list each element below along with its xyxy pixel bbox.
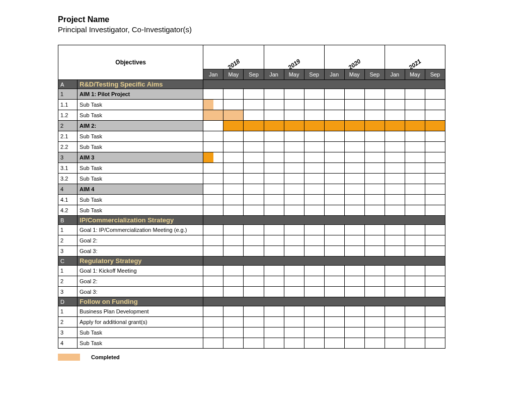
section-bar-cell bbox=[324, 80, 344, 89]
gantt-cell bbox=[203, 195, 223, 205]
gantt-cell bbox=[264, 89, 284, 100]
header-month: Sep bbox=[244, 69, 264, 80]
row-id: 2 bbox=[58, 317, 78, 327]
row-id: 4 bbox=[58, 338, 78, 349]
gantt-cell bbox=[244, 110, 264, 121]
gantt-cell bbox=[324, 276, 344, 287]
gantt-cell bbox=[344, 276, 364, 287]
gantt-cell bbox=[304, 184, 324, 195]
gantt-cell bbox=[203, 327, 223, 338]
section-bar-cell bbox=[385, 297, 405, 306]
section-bar-cell bbox=[264, 216, 284, 225]
gantt-cell bbox=[284, 142, 304, 152]
gantt-cell bbox=[405, 89, 425, 100]
section-bar-cell bbox=[385, 257, 405, 266]
gantt-cell bbox=[264, 131, 284, 142]
gantt-cell bbox=[364, 142, 385, 152]
header-year: 2018 bbox=[203, 45, 264, 69]
row-label: Goal 2: bbox=[78, 276, 203, 287]
section-bar-cell bbox=[405, 257, 425, 266]
gantt-cell bbox=[304, 338, 324, 349]
gantt-cell bbox=[385, 184, 405, 195]
row-id: 1 bbox=[58, 306, 78, 317]
row-label: Sub Task bbox=[78, 327, 203, 338]
gantt-cell bbox=[324, 152, 344, 163]
gantt-cell bbox=[425, 306, 445, 317]
gantt-cell bbox=[405, 235, 425, 246]
gantt-cell bbox=[203, 287, 223, 297]
gantt-cell bbox=[203, 266, 223, 276]
gantt-cell bbox=[425, 205, 445, 216]
gantt-cell bbox=[385, 327, 405, 338]
gantt-cell bbox=[244, 235, 264, 246]
gantt-cell bbox=[223, 317, 244, 327]
gantt-cell bbox=[324, 327, 344, 338]
gantt-cell bbox=[304, 287, 324, 297]
gantt-cell bbox=[425, 110, 445, 121]
gantt-cell bbox=[405, 184, 425, 195]
gantt-cell bbox=[244, 276, 264, 287]
gantt-cell bbox=[425, 163, 445, 174]
gantt-cell bbox=[344, 89, 364, 100]
gantt-cell bbox=[304, 276, 324, 287]
gantt-cell bbox=[284, 184, 304, 195]
gantt-cell bbox=[244, 174, 264, 184]
gantt-cell bbox=[223, 184, 244, 195]
gantt-cell bbox=[264, 100, 284, 110]
section-bar-cell bbox=[385, 80, 405, 89]
gantt-cell bbox=[264, 235, 284, 246]
gantt-cell bbox=[405, 266, 425, 276]
gantt-cell bbox=[324, 266, 344, 276]
gantt-cell bbox=[405, 287, 425, 297]
gantt-cell bbox=[284, 163, 304, 174]
section-letter: D bbox=[58, 297, 78, 306]
row-id: 3.2 bbox=[58, 174, 78, 184]
section-bar-cell bbox=[364, 80, 385, 89]
gantt-cell bbox=[264, 142, 284, 152]
header-month: Sep bbox=[364, 69, 385, 80]
row-id: 3.1 bbox=[58, 163, 78, 174]
gantt-cell bbox=[203, 184, 223, 195]
row-label: Sub Task bbox=[78, 163, 203, 174]
gantt-cell bbox=[203, 338, 223, 349]
gantt-cell bbox=[223, 89, 244, 100]
header-month: Jan bbox=[324, 69, 344, 80]
gantt-cell bbox=[405, 327, 425, 338]
gantt-cell bbox=[364, 266, 385, 276]
gantt-cell bbox=[223, 110, 244, 121]
gantt-cell bbox=[344, 306, 364, 317]
section-bar-cell bbox=[364, 297, 385, 306]
section-bar-cell bbox=[223, 297, 244, 306]
gantt-cell bbox=[425, 184, 445, 195]
gantt-cell bbox=[223, 266, 244, 276]
gantt-cell bbox=[244, 306, 264, 317]
gantt-cell bbox=[324, 287, 344, 297]
gantt-cell bbox=[304, 121, 324, 131]
header-month: Jan bbox=[385, 69, 405, 80]
section-letter: C bbox=[58, 257, 78, 266]
gantt-cell bbox=[385, 89, 405, 100]
section-bar-cell bbox=[364, 216, 385, 225]
row-id: 3 bbox=[58, 246, 78, 257]
gantt-cell bbox=[425, 225, 445, 235]
section-bar-cell bbox=[203, 257, 223, 266]
gantt-cell bbox=[244, 327, 264, 338]
section-bar-cell bbox=[344, 297, 364, 306]
gantt-cell bbox=[364, 327, 385, 338]
gantt-cell bbox=[405, 152, 425, 163]
gantt-cell bbox=[364, 110, 385, 121]
gantt-cell bbox=[364, 163, 385, 174]
row-label: AIM 2: bbox=[78, 121, 203, 131]
gantt-cell bbox=[304, 317, 324, 327]
gantt-cell bbox=[344, 163, 364, 174]
gantt-cell bbox=[344, 246, 364, 257]
gantt-cell bbox=[385, 225, 405, 235]
gantt-cell bbox=[244, 266, 264, 276]
gantt-cell bbox=[425, 246, 445, 257]
gantt-cell bbox=[385, 287, 405, 297]
section-bar-cell bbox=[324, 297, 344, 306]
section-bar-cell bbox=[344, 257, 364, 266]
gantt-cell bbox=[264, 163, 284, 174]
gantt-cell bbox=[304, 174, 324, 184]
gantt-cell bbox=[344, 205, 364, 216]
